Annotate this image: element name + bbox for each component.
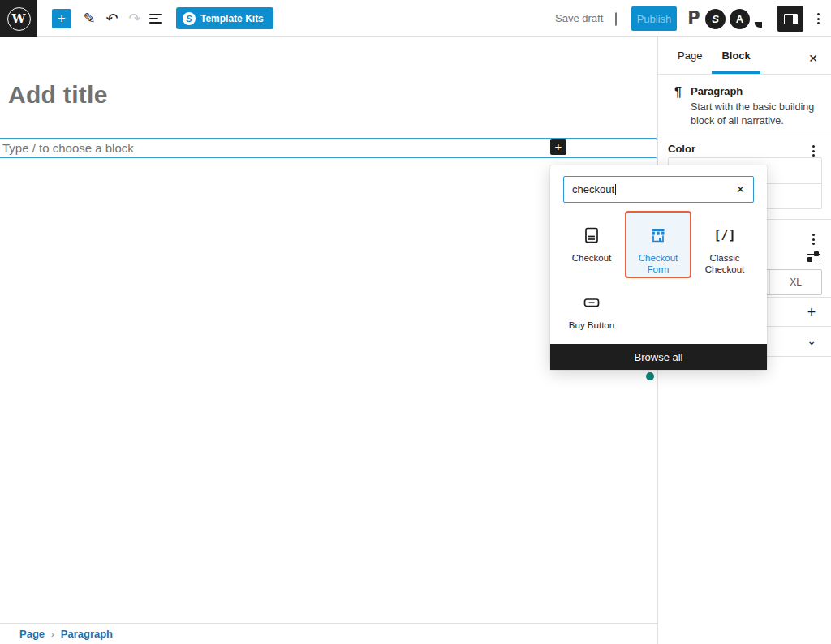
astra-icon[interactable]: A <box>730 8 751 29</box>
block-tile-checkout-form[interactable]: Checkout Form <box>625 211 691 278</box>
block-tile-label: Classic Checkout <box>693 252 756 276</box>
block-tile-label: Checkout Form <box>626 252 690 276</box>
publish-button[interactable]: Publish <box>631 6 677 31</box>
wordpress-menu-button[interactable]: W <box>0 0 37 37</box>
browse-all-button[interactable]: Browse all <box>550 344 767 370</box>
save-draft-button[interactable]: Save draft <box>555 12 603 24</box>
buy-button-icon <box>582 293 601 312</box>
block-results-grid: Checkout Checkout Form [ <box>558 211 759 346</box>
search-input-value: checkout <box>572 183 614 195</box>
sidebar-panel-icon <box>784 14 798 24</box>
block-card-title: Paragraph <box>691 85 743 97</box>
tab-block[interactable]: Block <box>712 37 760 74</box>
typography-settings-icon[interactable] <box>803 247 823 267</box>
block-breadcrumb: Page › Paragraph <box>0 623 657 644</box>
breadcrumb-paragraph-link[interactable]: Paragraph <box>61 628 113 640</box>
classic-shortcode-icon: [/] <box>715 225 734 245</box>
quick-block-inserter-popup: checkout ✕ Checkout <box>550 165 767 370</box>
list-view-icon[interactable] <box>146 9 166 28</box>
template-kits-label: Template Kits <box>200 13 264 24</box>
advanced-expand-icon[interactable]: ⌄ <box>802 331 821 350</box>
editor-topbar: W + ✎ ↶ ↷ S Template Kits Save draft Pub… <box>0 0 831 37</box>
insertion-indicator-dot <box>646 372 654 380</box>
starter-templates-icon: S <box>183 12 196 25</box>
redo-icon[interactable]: ↷ <box>125 9 144 28</box>
inline-block-inserter-button[interactable]: + <box>550 139 566 155</box>
preview-icon[interactable] <box>607 11 625 27</box>
block-tile-label: Checkout <box>572 252 612 264</box>
checkout-terminal-icon <box>582 225 601 245</box>
font-size-xl-button[interactable]: XL <box>769 270 821 294</box>
color-section-label: Color <box>668 143 695 155</box>
block-tile-classic-checkout[interactable]: [/] Classic Checkout <box>691 211 758 278</box>
block-tile-checkout[interactable]: Checkout <box>558 211 625 278</box>
breadcrumb-page-link[interactable]: Page <box>19 628 45 640</box>
block-tile-buy-button[interactable]: Buy Button <box>558 278 625 346</box>
block-card-description: Start with the basic building block of a… <box>691 101 824 128</box>
inserter-search-input[interactable]: checkout ✕ <box>563 176 754 203</box>
wordpress-logo-icon: W <box>7 7 31 31</box>
cartflows-icon[interactable] <box>754 8 775 29</box>
sidebar-tabs: Page Block ✕ <box>658 37 831 75</box>
block-inserter-toggle-button[interactable]: + <box>52 9 71 28</box>
list-view-lines <box>149 14 162 24</box>
post-title-input[interactable]: Add title <box>8 81 108 109</box>
template-kits-button[interactable]: S Template Kits <box>176 7 273 29</box>
tab-page[interactable]: Page <box>668 37 712 74</box>
text-caret <box>615 184 616 195</box>
options-menu-icon[interactable] <box>808 9 828 28</box>
dimensions-add-icon[interactable]: + <box>802 303 821 322</box>
block-tile-label: Buy Button <box>569 320 614 331</box>
undo-icon[interactable]: ↶ <box>102 9 122 28</box>
surecart-icon[interactable]: S <box>705 8 726 29</box>
storefront-icon <box>648 225 668 245</box>
block-description-card: ¶ Paragraph Start with the basic buildin… <box>658 75 831 131</box>
edit-mode-pencil-icon[interactable]: ✎ <box>80 9 99 28</box>
paragraph-placeholder: Type / to choose a block <box>2 141 134 155</box>
paragraph-pilcrow-icon: ¶ <box>674 85 682 100</box>
settings-sidebar-toggle[interactable] <box>777 6 803 32</box>
presto-player-icon[interactable]: P <box>683 7 704 28</box>
clear-search-icon[interactable]: ✕ <box>736 183 745 195</box>
wordpress-block-editor: W + ✎ ↶ ↷ S Template Kits Save draft Pub… <box>0 0 831 644</box>
typography-options-icon[interactable] <box>803 230 823 249</box>
breadcrumb-separator: › <box>51 629 54 639</box>
close-sidebar-icon[interactable]: ✕ <box>803 49 823 68</box>
